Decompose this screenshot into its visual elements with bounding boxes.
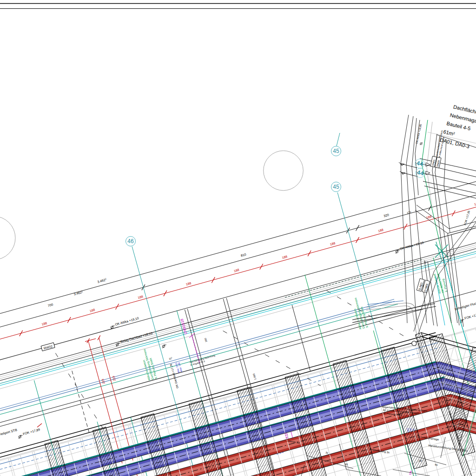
svg-text:45: 45	[333, 148, 339, 154]
svg-text:46: 46	[127, 238, 134, 245]
svg-text:44: 44	[416, 169, 424, 177]
svg-text:45: 45	[333, 184, 339, 190]
svg-text:44: 44	[416, 160, 424, 168]
